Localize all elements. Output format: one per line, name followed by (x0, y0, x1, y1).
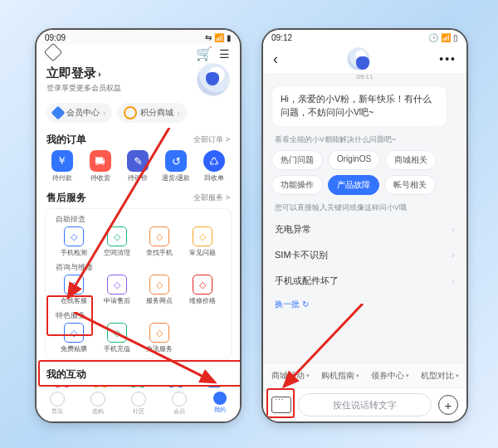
service-icon: ◇ (64, 323, 84, 343)
aftersale-card: 自助排查 ◇ 手机检测 ◇ 空间清理 ◇ 查找手机 ◇ 常见问题 咨询与维修 ◇… (45, 208, 232, 359)
menu-icon[interactable]: ☰ (219, 47, 230, 61)
chevron-right-icon: › (452, 224, 455, 234)
service-item[interactable]: ◇ 常见问题 (181, 226, 224, 257)
service-icon: ◇ (107, 275, 127, 295)
order-icon: ￥ (51, 150, 73, 172)
service-icon: ◇ (193, 275, 212, 295)
btab-3[interactable]: 机型对比▾ (421, 370, 459, 382)
plus-icon[interactable]: + (438, 395, 458, 415)
chip-5[interactable]: 帐号相关 (384, 175, 436, 195)
statusbar-right: 09:12 🕒 📶 ▯ (263, 30, 466, 44)
service-icon: ◇ (64, 275, 84, 295)
tab-0[interactable]: 首页 (37, 388, 77, 421)
chip-0[interactable]: 热门问题 (271, 150, 323, 170)
selfcheck-label: 自助排查 (46, 212, 231, 225)
service-icon: ◇ (149, 275, 169, 295)
aftersale-hdr: 售后服务 全部服务 > (37, 187, 240, 207)
service-icon: ◇ (64, 226, 84, 246)
chevron-down-icon: ▾ (306, 373, 310, 379)
tab-2[interactable]: 社区 (118, 388, 159, 421)
chevron-down-icon: ▾ (406, 373, 409, 379)
tab-1[interactable]: 选购 (77, 388, 118, 421)
orders-more[interactable]: 全部订单 > (193, 134, 230, 145)
phone-right: 09:12 🕒 📶 ▯ ‹ ••• 09:11 Hi，亲爱的小V粉，新年快乐！有… (261, 28, 468, 423)
service-item[interactable]: ◇ 免流服务 (139, 323, 182, 353)
service-label: 免费贴膜 (52, 344, 95, 353)
service-label: 在线客服 (52, 296, 95, 305)
order-label: 待付款 (43, 173, 81, 183)
refresh-button[interactable]: 换一批 ↻ (263, 294, 466, 315)
service-icon: ◇ (107, 323, 127, 343)
orders-hdr: 我的订单 全部订单 > (37, 129, 240, 149)
phone-left: 09:09 ⇆ 📶 ▮ 🛒 ☰ 立即登录› 登录享受更多会员权益 会员中心› 积… (35, 28, 242, 423)
orders-grid: ￥ 待付款 ⛟ 待收货 ✎ 待评价 ↺ 退货/退款 ♺ 回收单 (37, 149, 240, 187)
bottom-tabs: 商城活动▾购机指南▾领券中心▾机型对比▾以▾ (263, 363, 466, 388)
order-label: 待评价 (120, 173, 158, 183)
order-label: 待收货 (81, 173, 120, 183)
tab-3[interactable]: 会员 (159, 388, 199, 421)
diamond-icon (51, 106, 66, 120)
coin-icon (124, 106, 137, 119)
special-label: 特色服务 (46, 309, 231, 321)
faq-row[interactable]: 手机或配件坏了 › (263, 268, 466, 294)
service-item[interactable]: ◇ 查找手机 (139, 226, 182, 257)
statusbar-left: 09:09 ⇆ 📶 ▮ (37, 30, 240, 44)
faq-label: 充电异常 (275, 223, 311, 236)
btab-0[interactable]: 商城活动▾ (271, 370, 310, 382)
service-item[interactable]: ◇ 手机充值 (95, 323, 139, 353)
chevron-down-icon: ▾ (456, 373, 459, 379)
pill-member[interactable]: 会员中心› (46, 103, 112, 123)
gear-icon[interactable] (44, 43, 63, 62)
btab-2[interactable]: 领券中心▾ (371, 370, 409, 382)
consult-label: 咨询与维修 (46, 261, 231, 273)
msg-time: 09:11 (263, 73, 466, 80)
faq-row[interactable]: SIM卡不识别 › (263, 242, 466, 268)
login-block[interactable]: 立即登录› 登录享受更多会员权益 (46, 66, 121, 94)
chat-bubble: Hi，亲爱的小V粉，新年快乐！有什么问题，不妨问问小V吧~ (271, 85, 447, 127)
voice-input[interactable]: 按住说话转文字 (298, 393, 432, 416)
service-item[interactable]: ◇ 手机检测 (52, 226, 95, 257)
avatar[interactable] (197, 63, 230, 96)
service-item[interactable]: ◇ 申请售后 (95, 275, 139, 305)
order-item[interactable]: ⛟ 待收货 (81, 150, 120, 183)
order-item[interactable]: ♺ 回收单 (195, 150, 233, 183)
tab-4[interactable]: 我的 (199, 388, 240, 421)
order-item[interactable]: ↺ 退货/退款 (157, 150, 195, 183)
service-item[interactable]: ◇ 维修价格 (181, 275, 224, 305)
chevron-down-icon: ▾ (356, 373, 359, 379)
service-label: 查找手机 (139, 248, 182, 257)
service-item[interactable]: ◇ 在线客服 (52, 275, 95, 305)
keyboard-icon[interactable] (271, 397, 291, 413)
avatar-small[interactable] (347, 47, 370, 71)
chip-1[interactable]: OriginOS (328, 150, 380, 170)
faq-label: SIM卡不识别 (275, 249, 328, 261)
faq-label: 手机或配件坏了 (275, 275, 339, 287)
service-item[interactable]: ◇ 免费贴膜 (52, 323, 95, 353)
service-item[interactable]: ◇ 空间清理 (95, 226, 139, 257)
time: 09:12 (271, 33, 292, 42)
login-sub: 登录享受更多会员权益 (46, 83, 121, 94)
service-icon: ◇ (149, 323, 169, 343)
service-icon: ◇ (107, 226, 127, 246)
chevron-right-icon: › (452, 250, 455, 260)
service-item[interactable]: ◇ 服务网点 (139, 275, 182, 305)
chip-4[interactable]: 产品故障 (328, 175, 379, 195)
more-icon[interactable]: ••• (439, 52, 456, 66)
btab-1[interactable]: 购机指南▾ (321, 370, 359, 382)
status-icons: 🕒 📶 ▯ (426, 33, 458, 42)
cart-icon[interactable]: 🛒 (196, 46, 212, 61)
service-label: 常见问题 (181, 248, 224, 257)
order-item[interactable]: ￥ 待付款 (43, 150, 81, 183)
back-icon[interactable]: ‹ (273, 51, 278, 68)
order-item[interactable]: ✎ 待评价 (120, 150, 158, 183)
service-label: 服务网点 (139, 296, 182, 305)
chip-2[interactable]: 商城相关 (385, 150, 437, 170)
faq-row[interactable]: 充电异常 › (263, 217, 466, 242)
order-label: 回收单 (195, 173, 233, 183)
service-label: 手机充值 (95, 344, 139, 353)
hint-1: 看看全能的小V都能解决什么问题吧~ (263, 132, 466, 149)
pill-points[interactable]: 积分商城› (117, 103, 186, 123)
chip-3[interactable]: 功能操作 (271, 175, 323, 195)
aftersale-more[interactable]: 全部服务 > (193, 192, 230, 203)
order-icon: ⛟ (90, 150, 111, 172)
